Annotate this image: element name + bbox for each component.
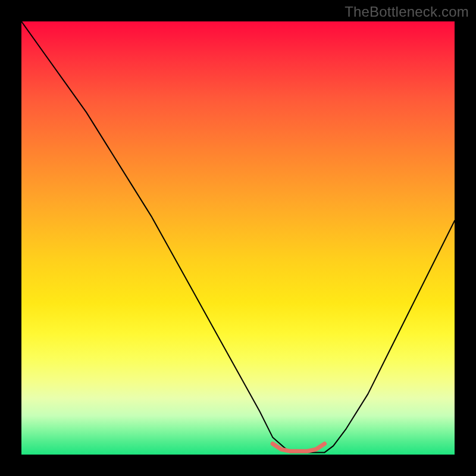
series-group (21, 21, 455, 452)
watermark-text: TheBottleneck.com (345, 4, 469, 20)
series-curve (21, 21, 455, 452)
plot-overlay (21, 21, 455, 455)
plot-frame (21, 21, 455, 455)
